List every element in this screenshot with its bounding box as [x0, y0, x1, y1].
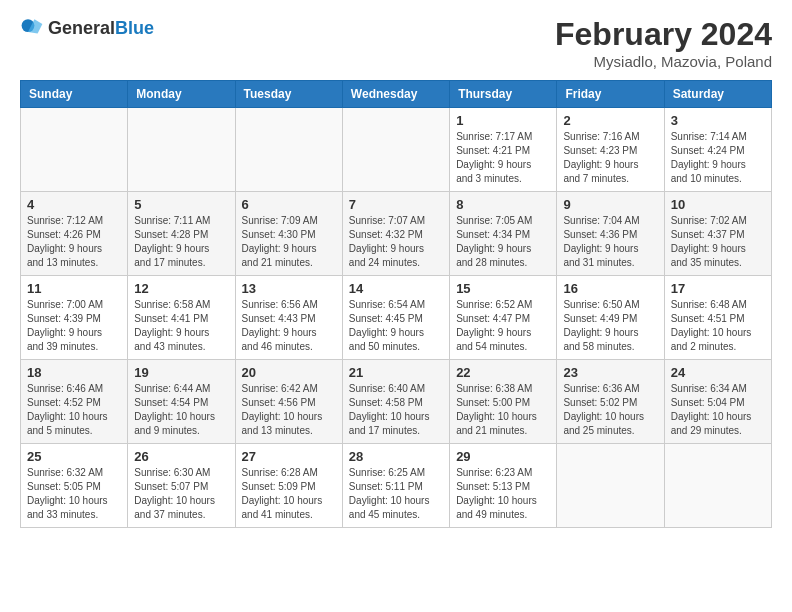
day-detail: Sunrise: 6:58 AM Sunset: 4:41 PM Dayligh…	[134, 298, 228, 354]
calendar-cell: 17Sunrise: 6:48 AM Sunset: 4:51 PM Dayli…	[664, 276, 771, 360]
day-number: 29	[456, 449, 550, 464]
weekday-header-row: SundayMondayTuesdayWednesdayThursdayFrid…	[21, 81, 772, 108]
calendar-cell: 21Sunrise: 6:40 AM Sunset: 4:58 PM Dayli…	[342, 360, 449, 444]
calendar-cell: 7Sunrise: 7:07 AM Sunset: 4:32 PM Daylig…	[342, 192, 449, 276]
day-number: 14	[349, 281, 443, 296]
day-detail: Sunrise: 7:02 AM Sunset: 4:37 PM Dayligh…	[671, 214, 765, 270]
day-number: 9	[563, 197, 657, 212]
calendar-cell: 5Sunrise: 7:11 AM Sunset: 4:28 PM Daylig…	[128, 192, 235, 276]
day-number: 20	[242, 365, 336, 380]
day-number: 6	[242, 197, 336, 212]
calendar-cell: 6Sunrise: 7:09 AM Sunset: 4:30 PM Daylig…	[235, 192, 342, 276]
title-area: February 2024 Mysiadlo, Mazovia, Poland	[555, 16, 772, 70]
day-number: 4	[27, 197, 121, 212]
day-number: 25	[27, 449, 121, 464]
calendar-cell	[342, 108, 449, 192]
day-number: 18	[27, 365, 121, 380]
calendar-cell: 24Sunrise: 6:34 AM Sunset: 5:04 PM Dayli…	[664, 360, 771, 444]
calendar-week-row: 11Sunrise: 7:00 AM Sunset: 4:39 PM Dayli…	[21, 276, 772, 360]
calendar-cell: 14Sunrise: 6:54 AM Sunset: 4:45 PM Dayli…	[342, 276, 449, 360]
day-detail: Sunrise: 6:52 AM Sunset: 4:47 PM Dayligh…	[456, 298, 550, 354]
calendar-cell: 1Sunrise: 7:17 AM Sunset: 4:21 PM Daylig…	[450, 108, 557, 192]
day-detail: Sunrise: 6:48 AM Sunset: 4:51 PM Dayligh…	[671, 298, 765, 354]
calendar-week-row: 1Sunrise: 7:17 AM Sunset: 4:21 PM Daylig…	[21, 108, 772, 192]
day-detail: Sunrise: 7:09 AM Sunset: 4:30 PM Dayligh…	[242, 214, 336, 270]
weekday-header: Monday	[128, 81, 235, 108]
calendar-cell: 29Sunrise: 6:23 AM Sunset: 5:13 PM Dayli…	[450, 444, 557, 528]
calendar-cell: 19Sunrise: 6:44 AM Sunset: 4:54 PM Dayli…	[128, 360, 235, 444]
calendar-cell	[128, 108, 235, 192]
weekday-header: Sunday	[21, 81, 128, 108]
day-number: 12	[134, 281, 228, 296]
day-number: 17	[671, 281, 765, 296]
calendar-week-row: 25Sunrise: 6:32 AM Sunset: 5:05 PM Dayli…	[21, 444, 772, 528]
day-detail: Sunrise: 7:14 AM Sunset: 4:24 PM Dayligh…	[671, 130, 765, 186]
day-detail: Sunrise: 6:34 AM Sunset: 5:04 PM Dayligh…	[671, 382, 765, 438]
calendar-cell: 4Sunrise: 7:12 AM Sunset: 4:26 PM Daylig…	[21, 192, 128, 276]
calendar-cell	[21, 108, 128, 192]
calendar-cell: 13Sunrise: 6:56 AM Sunset: 4:43 PM Dayli…	[235, 276, 342, 360]
logo-text: GeneralBlue	[48, 18, 154, 39]
day-detail: Sunrise: 7:07 AM Sunset: 4:32 PM Dayligh…	[349, 214, 443, 270]
day-number: 24	[671, 365, 765, 380]
calendar-table: SundayMondayTuesdayWednesdayThursdayFrid…	[20, 80, 772, 528]
calendar-cell: 9Sunrise: 7:04 AM Sunset: 4:36 PM Daylig…	[557, 192, 664, 276]
day-detail: Sunrise: 6:42 AM Sunset: 4:56 PM Dayligh…	[242, 382, 336, 438]
day-detail: Sunrise: 6:56 AM Sunset: 4:43 PM Dayligh…	[242, 298, 336, 354]
day-number: 1	[456, 113, 550, 128]
day-detail: Sunrise: 7:17 AM Sunset: 4:21 PM Dayligh…	[456, 130, 550, 186]
page-header: GeneralBlue February 2024 Mysiadlo, Mazo…	[20, 16, 772, 70]
calendar-cell	[664, 444, 771, 528]
calendar-cell: 22Sunrise: 6:38 AM Sunset: 5:00 PM Dayli…	[450, 360, 557, 444]
weekday-header: Thursday	[450, 81, 557, 108]
weekday-header: Tuesday	[235, 81, 342, 108]
day-detail: Sunrise: 6:25 AM Sunset: 5:11 PM Dayligh…	[349, 466, 443, 522]
day-number: 16	[563, 281, 657, 296]
calendar-cell: 11Sunrise: 7:00 AM Sunset: 4:39 PM Dayli…	[21, 276, 128, 360]
day-detail: Sunrise: 7:05 AM Sunset: 4:34 PM Dayligh…	[456, 214, 550, 270]
day-number: 7	[349, 197, 443, 212]
day-detail: Sunrise: 6:46 AM Sunset: 4:52 PM Dayligh…	[27, 382, 121, 438]
day-detail: Sunrise: 6:32 AM Sunset: 5:05 PM Dayligh…	[27, 466, 121, 522]
calendar-cell: 23Sunrise: 6:36 AM Sunset: 5:02 PM Dayli…	[557, 360, 664, 444]
day-number: 23	[563, 365, 657, 380]
page-title: February 2024	[555, 16, 772, 53]
day-detail: Sunrise: 6:54 AM Sunset: 4:45 PM Dayligh…	[349, 298, 443, 354]
logo-icon	[20, 16, 44, 40]
calendar-week-row: 18Sunrise: 6:46 AM Sunset: 4:52 PM Dayli…	[21, 360, 772, 444]
calendar-cell: 2Sunrise: 7:16 AM Sunset: 4:23 PM Daylig…	[557, 108, 664, 192]
weekday-header: Friday	[557, 81, 664, 108]
calendar-cell: 25Sunrise: 6:32 AM Sunset: 5:05 PM Dayli…	[21, 444, 128, 528]
day-detail: Sunrise: 7:11 AM Sunset: 4:28 PM Dayligh…	[134, 214, 228, 270]
day-number: 11	[27, 281, 121, 296]
calendar-cell: 28Sunrise: 6:25 AM Sunset: 5:11 PM Dayli…	[342, 444, 449, 528]
day-detail: Sunrise: 7:04 AM Sunset: 4:36 PM Dayligh…	[563, 214, 657, 270]
weekday-header: Saturday	[664, 81, 771, 108]
weekday-header: Wednesday	[342, 81, 449, 108]
day-detail: Sunrise: 7:12 AM Sunset: 4:26 PM Dayligh…	[27, 214, 121, 270]
day-number: 28	[349, 449, 443, 464]
day-number: 15	[456, 281, 550, 296]
calendar-cell: 18Sunrise: 6:46 AM Sunset: 4:52 PM Dayli…	[21, 360, 128, 444]
day-number: 27	[242, 449, 336, 464]
day-detail: Sunrise: 6:40 AM Sunset: 4:58 PM Dayligh…	[349, 382, 443, 438]
day-number: 13	[242, 281, 336, 296]
calendar-cell: 3Sunrise: 7:14 AM Sunset: 4:24 PM Daylig…	[664, 108, 771, 192]
day-detail: Sunrise: 6:44 AM Sunset: 4:54 PM Dayligh…	[134, 382, 228, 438]
calendar-cell: 12Sunrise: 6:58 AM Sunset: 4:41 PM Dayli…	[128, 276, 235, 360]
day-detail: Sunrise: 6:23 AM Sunset: 5:13 PM Dayligh…	[456, 466, 550, 522]
day-detail: Sunrise: 6:28 AM Sunset: 5:09 PM Dayligh…	[242, 466, 336, 522]
day-detail: Sunrise: 6:30 AM Sunset: 5:07 PM Dayligh…	[134, 466, 228, 522]
day-detail: Sunrise: 6:50 AM Sunset: 4:49 PM Dayligh…	[563, 298, 657, 354]
calendar-cell: 8Sunrise: 7:05 AM Sunset: 4:34 PM Daylig…	[450, 192, 557, 276]
logo: GeneralBlue	[20, 16, 154, 40]
day-number: 5	[134, 197, 228, 212]
day-number: 21	[349, 365, 443, 380]
day-number: 3	[671, 113, 765, 128]
day-detail: Sunrise: 7:16 AM Sunset: 4:23 PM Dayligh…	[563, 130, 657, 186]
day-number: 10	[671, 197, 765, 212]
calendar-cell: 20Sunrise: 6:42 AM Sunset: 4:56 PM Dayli…	[235, 360, 342, 444]
day-number: 22	[456, 365, 550, 380]
day-detail: Sunrise: 7:00 AM Sunset: 4:39 PM Dayligh…	[27, 298, 121, 354]
page-subtitle: Mysiadlo, Mazovia, Poland	[555, 53, 772, 70]
